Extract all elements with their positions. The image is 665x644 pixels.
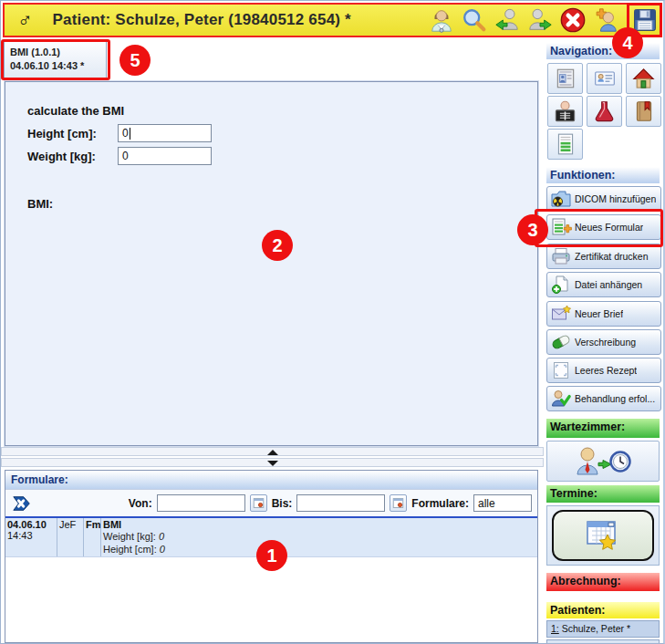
patient-title: Patient: Schulze, Peter (19840512 654) *: [53, 11, 351, 29]
annotation-badge-1: 1: [256, 540, 287, 571]
application-window: ♂ Patient: Schulze, Peter (19840512 654)…: [0, 0, 665, 644]
funktion-button-zertifikat-drucken[interactable]: Zertifikat drucken: [546, 244, 661, 269]
attach-file-icon: [550, 275, 572, 295]
next-patient-icon[interactable]: [525, 5, 555, 35]
bis-date-input[interactable]: [296, 494, 385, 512]
splitter-bar-top[interactable]: [1, 447, 544, 456]
home-icon[interactable]: [626, 63, 661, 94]
von-calendar-button[interactable]: [250, 494, 267, 512]
search-icon[interactable]: [460, 5, 489, 35]
funktion-button-neues-formular[interactable]: Neues Formular: [546, 214, 661, 240]
annotation-badge-4: 4: [612, 27, 643, 58]
funktion-button-datei-anhaengen[interactable]: Datei anhängen: [546, 272, 661, 297]
funktion-button-verschreibung[interactable]: Verschreibung: [546, 329, 661, 355]
patient-record-icon[interactable]: [547, 63, 583, 94]
formulare-toolbar: Von: Bis: Formulare: alle: [5, 490, 537, 516]
entry-form-name: BMI: [103, 519, 535, 530]
funktion-button-neuer-brief[interactable]: Neuer Brief: [546, 301, 661, 327]
entry-user: JeF: [57, 518, 84, 556]
abrechnung-header: Abrechnung:: [546, 573, 660, 591]
entry-time: 14:43: [7, 530, 55, 541]
weight-value: 0: [122, 150, 129, 162]
treatment-done-icon: [550, 389, 572, 409]
funktion-button-behandlung-erfolgt[interactable]: Behandlung erfol...: [546, 386, 661, 411]
previous-patient-icon[interactable]: [493, 5, 522, 35]
formulare-header: Formulare:: [5, 471, 537, 490]
splitter-bar-bottom[interactable]: [1, 458, 544, 467]
formulare-filter-input[interactable]: alle: [473, 494, 532, 512]
entry-detail: Height [cm]: 0: [103, 543, 535, 556]
green-form-icon[interactable]: [547, 129, 583, 160]
height-label: Height [cm]:: [27, 127, 97, 140]
bis-calendar-button[interactable]: [390, 494, 407, 512]
splitter-down-icon[interactable]: [267, 461, 278, 466]
entry-type: Fm: [84, 518, 101, 556]
entry-date: 04.06.10: [7, 519, 55, 530]
height-value: 0: [122, 127, 129, 140]
printer-icon: [550, 246, 572, 266]
text-caret: [130, 128, 130, 140]
annotation-badge-2: 2: [262, 230, 293, 261]
patienten-header: Patienten:: [546, 602, 660, 618]
empty-prescription-icon: [550, 360, 572, 380]
formulare-filter-label: Formulare:: [411, 497, 469, 510]
splitter-up-icon[interactable]: [267, 450, 278, 455]
book-icon[interactable]: [626, 96, 661, 127]
doctor-icon[interactable]: [427, 5, 456, 35]
prescription-pill-icon: [550, 332, 572, 352]
patient-list-item-2[interactable]: 2:: [546, 639, 660, 644]
termine-header: Termine:: [546, 485, 660, 503]
new-form-icon: [550, 217, 572, 237]
bmi-form-heading: calculate the BMI: [27, 104, 124, 118]
close-patient-icon[interactable]: [558, 5, 587, 35]
add-patient-icon[interactable]: [591, 5, 620, 35]
bis-label: Bis:: [272, 497, 293, 510]
bmi-form-panel: calculate the BMI Height [cm]: 0 Weight …: [5, 81, 538, 446]
funktion-button-leeres-rezept[interactable]: Leeres Rezept: [546, 358, 661, 383]
lab-flask-icon[interactable]: [587, 96, 622, 127]
xray-icon[interactable]: [547, 96, 583, 127]
height-input[interactable]: 0: [118, 124, 212, 142]
id-card-icon[interactable]: [587, 63, 622, 94]
new-letter-icon: [550, 304, 572, 324]
patient-title-bar: ♂ Patient: Schulze, Peter (19840512 654)…: [3, 3, 662, 37]
wartezimmer-header: Wartezimmer:: [546, 419, 660, 438]
funktionen-header: Funktionen:: [546, 167, 660, 183]
funktion-button-dicom-hinzufuegen[interactable]: DICOM hinzufügen: [546, 186, 661, 212]
weight-input[interactable]: 0: [118, 147, 212, 165]
bmi-result-label: BMI:: [27, 197, 53, 211]
von-date-input[interactable]: [157, 494, 245, 512]
annotation-badge-5: 5: [119, 45, 151, 76]
tab-form-date: 04.06.10 14:43 *: [10, 59, 100, 73]
termine-button-inner: [552, 510, 654, 561]
von-label: Von:: [129, 497, 152, 510]
annotation-badge-3: 3: [517, 214, 548, 245]
wartezimmer-button[interactable]: [546, 441, 660, 482]
export-x-icon[interactable]: [11, 493, 33, 514]
male-gender-icon: ♂: [17, 8, 33, 32]
patient-list-item-1[interactable]: 1: Schulze, Peter *: [546, 620, 660, 638]
tab-bmi-form[interactable]: BMI (1.0.1) 04.06.10 14:43 *: [4, 41, 107, 78]
calendar-star-icon: [584, 518, 622, 553]
entry-detail: Weight [kg]: 0: [103, 530, 535, 543]
weight-label: Weight [kg]:: [27, 150, 96, 163]
patient-to-clock-icon: [575, 446, 631, 477]
tab-form-name: BMI (1.0.1): [10, 46, 100, 59]
termine-button[interactable]: [546, 505, 660, 566]
dicom-folder-icon: [550, 189, 572, 209]
